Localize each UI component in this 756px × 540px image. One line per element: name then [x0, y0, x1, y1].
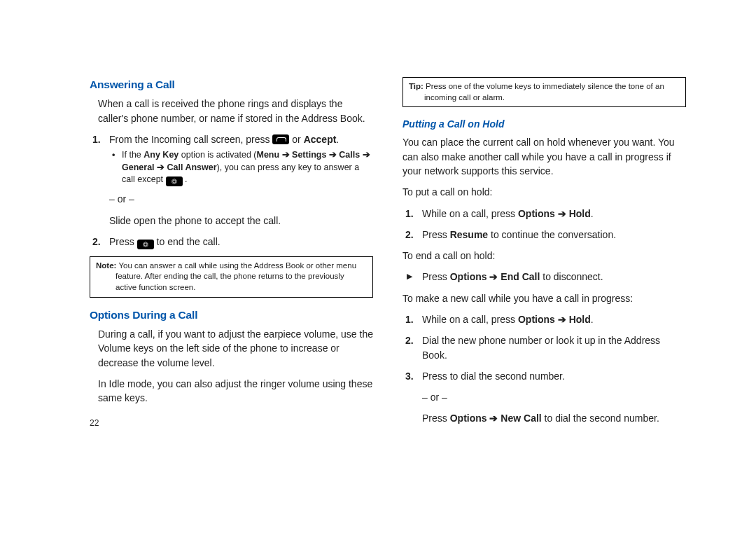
anykey-bullet: If the Any Key option is activated (Menu…	[109, 149, 373, 186]
to-end: To end a call on hold:	[402, 249, 686, 263]
step1-post: or	[289, 134, 303, 145]
opt1: Options	[518, 208, 555, 219]
opt2: Options	[450, 271, 487, 282]
page-number: 22	[90, 417, 373, 429]
p2: .	[591, 314, 594, 325]
ar2: ➔	[487, 271, 501, 282]
h2post: to continue the conversation.	[488, 229, 616, 240]
n1pre: While on a call, press	[422, 314, 518, 325]
n3bpost: to dial the second number.	[542, 413, 659, 424]
n3: Press to dial the second number.	[422, 371, 565, 382]
tip-body: Press one of the volume keys to immediat…	[424, 82, 664, 102]
hold-steps: 1. While on a call, press Options ➔ Hold…	[402, 207, 686, 242]
step1-pre: From the Incoming call screen, press	[109, 134, 272, 145]
n3b: Press Options ➔ New Call to dial the sec…	[422, 411, 686, 425]
idle-para: In Idle mode, you can also adjust the ri…	[90, 377, 373, 406]
newcall-step-2: 2. Dial the new phone number or look it …	[422, 333, 686, 362]
arr3: ➔	[360, 150, 370, 160]
hold-step-1: 1. While on a call, press Options ➔ Hold…	[422, 207, 686, 221]
heading-options: Options During a Call	[90, 307, 373, 323]
heading-answering: Answering a Call	[90, 77, 373, 92]
calls: Calls	[339, 150, 360, 160]
accept-label: Accept	[304, 134, 337, 145]
arr2: ➔	[326, 150, 339, 160]
slide-open: Slide open the phone to accept the call.	[109, 214, 373, 228]
anykey: Any Key	[144, 150, 178, 160]
menu: Menu	[256, 150, 279, 160]
to-put: To put a call on hold:	[402, 185, 686, 199]
end-call-line: Press Options ➔ End Call to disconnect.	[402, 270, 686, 284]
opt3: Options	[518, 314, 555, 325]
answer-steps: 1. From the Incoming call screen, press …	[90, 132, 373, 249]
opt4: Options	[450, 413, 487, 424]
endcall: End Call	[500, 271, 540, 282]
note-box: Note: You can answer a call while using …	[90, 256, 373, 298]
t: If the	[122, 150, 144, 160]
or-divider-2: – or –	[422, 390, 686, 404]
arr4: ➔	[155, 162, 167, 172]
hold-step-2: 2. Press Resume to continue the conversa…	[422, 228, 686, 242]
answer-step-2: 2. Press to end the call.	[109, 235, 373, 249]
settings: Settings	[292, 150, 326, 160]
newcall-step-1: 1. While on a call, press Options ➔ Hold…	[422, 312, 686, 326]
hold-intro: You can place the current call on hold w…	[402, 135, 686, 178]
end-key-icon-2	[137, 240, 154, 249]
ar4: ➔	[487, 413, 501, 424]
t2: option is activated (	[178, 150, 256, 160]
manual-page: Answering a Call When a call is received…	[0, 0, 756, 540]
n3bpre: Press	[422, 413, 450, 424]
right-column: Tip: Press one of the volume keys to imm…	[402, 77, 686, 519]
new-call-intro: To make a new call while you have a call…	[402, 291, 686, 305]
end-key-icon	[166, 176, 183, 186]
ar3: ➔	[555, 314, 569, 325]
tip-box: Tip: Press one of the volume keys to imm…	[402, 77, 686, 107]
note-lead: Note:	[96, 261, 116, 270]
hold1: Hold	[569, 208, 591, 219]
hold2: Hold	[569, 314, 591, 325]
s2post: to end the call.	[154, 236, 220, 247]
answer-intro: When a call is received the phone rings …	[90, 97, 373, 125]
left-column: Answering a Call When a call is received…	[90, 77, 373, 519]
tip-lead: Tip:	[409, 82, 424, 90]
apre: Press	[422, 271, 450, 282]
apost: to disconnect.	[540, 271, 603, 282]
newcall-step-3: 3. Press to dial the second number. – or…	[422, 369, 686, 426]
newcall-steps: 1. While on a call, press Options ➔ Hold…	[402, 312, 686, 426]
arr: ➔	[279, 150, 292, 160]
volume-para: During a call, if you want to adjust the…	[90, 327, 373, 370]
send-key-icon	[272, 134, 289, 144]
p1: .	[591, 208, 594, 219]
h2pre: Press	[422, 229, 450, 240]
heading-hold: Putting a Call on Hold	[402, 117, 686, 131]
callanswer: Call Answer	[167, 162, 217, 172]
note-body: You can answer a call while using the Ad…	[115, 261, 356, 291]
ar1: ➔	[555, 208, 569, 219]
h1pre: While on a call, press	[422, 208, 518, 219]
or-divider: – or –	[109, 192, 373, 206]
general: General	[122, 162, 155, 172]
resume: Resume	[450, 229, 488, 240]
s2pre: Press	[109, 236, 137, 247]
anykey-note: If the Any Key option is activated (Menu…	[122, 149, 373, 186]
n2: Dial the new phone number or look it up …	[422, 335, 660, 360]
answer-step-1: 1. From the Incoming call screen, press …	[109, 132, 373, 228]
newcall: New Call	[500, 413, 541, 424]
